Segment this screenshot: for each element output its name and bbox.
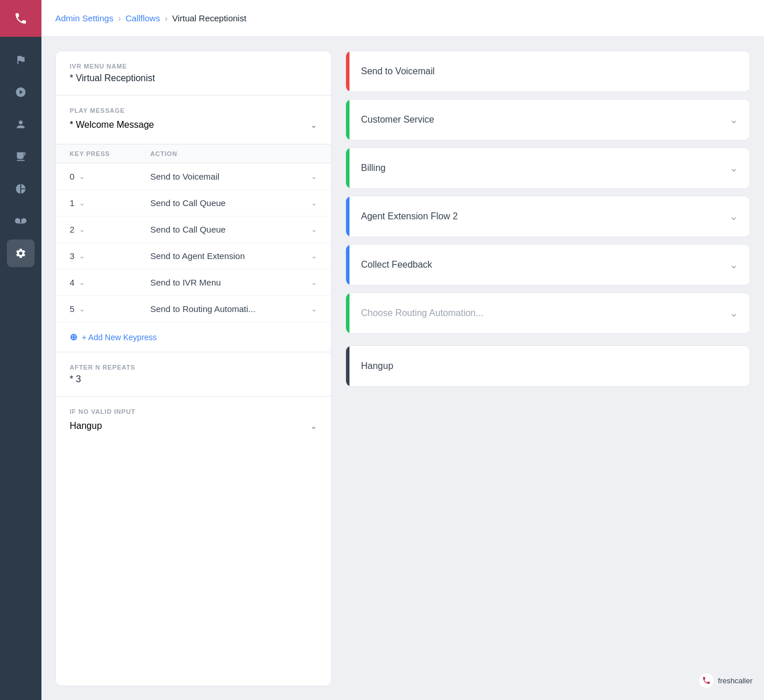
- agent-extension-chevron-icon[interactable]: ⌄: [729, 210, 738, 223]
- flow-card-agent-extension[interactable]: Agent Extension Flow 2 ⌄: [345, 196, 750, 237]
- action-chevron-4[interactable]: ⌄: [311, 278, 317, 287]
- ivr-menu-name-section: IVR MENU NAME * Virtual Receptionist: [56, 51, 331, 96]
- app-logo[interactable]: [0, 0, 41, 37]
- sidebar-item-reports[interactable]: [7, 175, 35, 203]
- table-header: KEY PRESS ACTION: [56, 144, 331, 163]
- play-message-section: PLAY MESSAGE * Welcome Message ⌄: [56, 96, 331, 144]
- key-value-2: 2: [70, 225, 74, 234]
- add-keypress-button[interactable]: ⊕ + Add New Keypress: [56, 322, 331, 352]
- flow-card-hangup: Hangup: [345, 345, 750, 387]
- action-cell-3[interactable]: Send to Agent Extension ⌄: [150, 251, 317, 261]
- routing-automation-chevron-icon[interactable]: ⌄: [729, 307, 738, 319]
- hangup-label: Hangup: [361, 361, 393, 371]
- freshcaller-icon: [698, 672, 714, 688]
- after-n-value[interactable]: * 3: [70, 374, 317, 385]
- action-value-1: Send to Call Queue: [150, 198, 226, 208]
- action-value-5: Send to Routing Automati...: [150, 304, 256, 314]
- action-value-2: Send to Call Queue: [150, 225, 226, 234]
- key-cell-5: 5 ⌄: [70, 304, 150, 314]
- sidebar: [0, 0, 41, 700]
- action-chevron-3[interactable]: ⌄: [311, 252, 317, 260]
- table-row: 5 ⌄ Send to Routing Automati... ⌄: [56, 296, 331, 322]
- play-message-label: PLAY MESSAGE: [70, 107, 317, 114]
- sidebar-item-calls[interactable]: [7, 143, 35, 170]
- action-value-0: Send to Voicemail: [150, 172, 219, 181]
- key-chevron-4[interactable]: ⌄: [79, 278, 85, 287]
- action-chevron-5[interactable]: ⌄: [311, 305, 317, 313]
- key-press-header: KEY PRESS: [70, 150, 150, 157]
- flow-card-customer-service[interactable]: Customer Service ⌄: [345, 99, 750, 140]
- key-value-3: 3: [70, 251, 74, 261]
- freshcaller-text: freshcaller: [718, 676, 752, 685]
- action-cell-5[interactable]: Send to Routing Automati... ⌄: [150, 304, 317, 314]
- if-no-valid-label: IF NO VALID INPUT: [70, 408, 317, 415]
- breadcrumb-sep-2: ›: [165, 13, 168, 23]
- freshcaller-logo: freshcaller: [698, 672, 752, 688]
- if-no-valid-select[interactable]: Hangup ⌄: [70, 419, 317, 433]
- key-value-5: 5: [70, 304, 74, 314]
- key-chevron-0[interactable]: ⌄: [79, 172, 85, 181]
- flow-card-billing[interactable]: Billing ⌄: [345, 147, 750, 189]
- flow-card-content-agent-extension: Agent Extension Flow 2 ⌄: [349, 196, 750, 237]
- right-panel: Send to Voicemail Customer Service ⌄ Bil…: [345, 51, 750, 686]
- ivr-menu-name-value[interactable]: * Virtual Receptionist: [70, 73, 317, 83]
- key-chevron-1[interactable]: ⌄: [79, 199, 85, 207]
- play-message-value: * Welcome Message: [70, 120, 154, 130]
- breadcrumb-callflows[interactable]: Callflows: [126, 13, 160, 23]
- key-cell-0: 0 ⌄: [70, 172, 150, 181]
- if-no-valid-section: IF NO VALID INPUT Hangup ⌄: [56, 397, 331, 445]
- flow-card-routing-automation[interactable]: Choose Routing Automation... ⌄: [345, 292, 750, 334]
- flow-card-content-customer-service: Customer Service ⌄: [349, 100, 750, 140]
- action-cell-0[interactable]: Send to Voicemail ⌄: [150, 172, 317, 181]
- action-value-4: Send to IVR Menu: [150, 277, 221, 287]
- flow-card-content-routing-automation: Choose Routing Automation... ⌄: [349, 293, 750, 333]
- header: Admin Settings › Callflows › Virtual Rec…: [41, 0, 764, 37]
- add-keypress-label: + Add New Keypress: [82, 333, 157, 342]
- flow-card-collect-feedback[interactable]: Collect Feedback ⌄: [345, 244, 750, 286]
- key-value-4: 4: [70, 277, 74, 287]
- key-cell-2: 2 ⌄: [70, 225, 150, 234]
- keypress-table: KEY PRESS ACTION 0 ⌄ Send to Voicemail ⌄: [56, 144, 331, 322]
- customer-service-chevron-icon[interactable]: ⌄: [729, 113, 738, 126]
- sidebar-item-settings[interactable]: [7, 239, 35, 267]
- flow-card-voicemail[interactable]: Send to Voicemail: [345, 51, 750, 92]
- key-chevron-3[interactable]: ⌄: [79, 252, 85, 260]
- main-content: Admin Settings › Callflows › Virtual Rec…: [41, 0, 764, 700]
- content-area: IVR MENU NAME * Virtual Receptionist PLA…: [41, 37, 764, 700]
- action-cell-2[interactable]: Send to Call Queue ⌄: [150, 225, 317, 234]
- breadcrumb-admin-settings[interactable]: Admin Settings: [55, 13, 113, 23]
- sidebar-item-dashboard[interactable]: [7, 78, 35, 106]
- add-icon: ⊕: [70, 332, 77, 343]
- flow-card-label-billing: Billing: [361, 163, 386, 173]
- action-chevron-2[interactable]: ⌄: [311, 225, 317, 234]
- play-message-select[interactable]: * Welcome Message ⌄: [70, 117, 317, 132]
- table-row: 2 ⌄ Send to Call Queue ⌄: [56, 216, 331, 243]
- action-cell-4[interactable]: Send to IVR Menu ⌄: [150, 277, 317, 287]
- flow-card-content-collect-feedback: Collect Feedback ⌄: [349, 245, 750, 285]
- action-cell-1[interactable]: Send to Call Queue ⌄: [150, 198, 317, 208]
- collect-feedback-chevron-icon[interactable]: ⌄: [729, 258, 738, 271]
- sidebar-item-voicemail[interactable]: [7, 207, 35, 235]
- billing-chevron-icon[interactable]: ⌄: [729, 162, 738, 174]
- if-no-valid-chevron-icon: ⌄: [310, 421, 317, 431]
- hangup-content: Hangup: [349, 346, 750, 386]
- key-cell-3: 3 ⌄: [70, 251, 150, 261]
- action-value-3: Send to Agent Extension: [150, 251, 245, 261]
- table-row: 4 ⌄ Send to IVR Menu ⌄: [56, 269, 331, 296]
- flow-card-content-voicemail: Send to Voicemail: [349, 51, 750, 92]
- table-row: 0 ⌄ Send to Voicemail ⌄: [56, 163, 331, 190]
- action-chevron-1[interactable]: ⌄: [311, 199, 317, 207]
- key-chevron-5[interactable]: ⌄: [79, 305, 85, 313]
- sidebar-item-contacts[interactable]: [7, 111, 35, 138]
- sidebar-item-flag[interactable]: [7, 46, 35, 74]
- key-chevron-2[interactable]: ⌄: [79, 225, 85, 234]
- table-row: 3 ⌄ Send to Agent Extension ⌄: [56, 243, 331, 269]
- flow-card-label-customer-service: Customer Service: [361, 115, 434, 125]
- action-chevron-0[interactable]: ⌄: [311, 172, 317, 181]
- breadcrumb: Admin Settings › Callflows › Virtual Rec…: [55, 13, 246, 23]
- play-message-chevron-icon: ⌄: [310, 120, 317, 130]
- key-cell-4: 4 ⌄: [70, 277, 150, 287]
- after-n-section: AFTER N REPEATS * 3: [56, 352, 331, 397]
- flow-card-label-collect-feedback: Collect Feedback: [361, 260, 432, 270]
- breadcrumb-sep-1: ›: [118, 13, 121, 23]
